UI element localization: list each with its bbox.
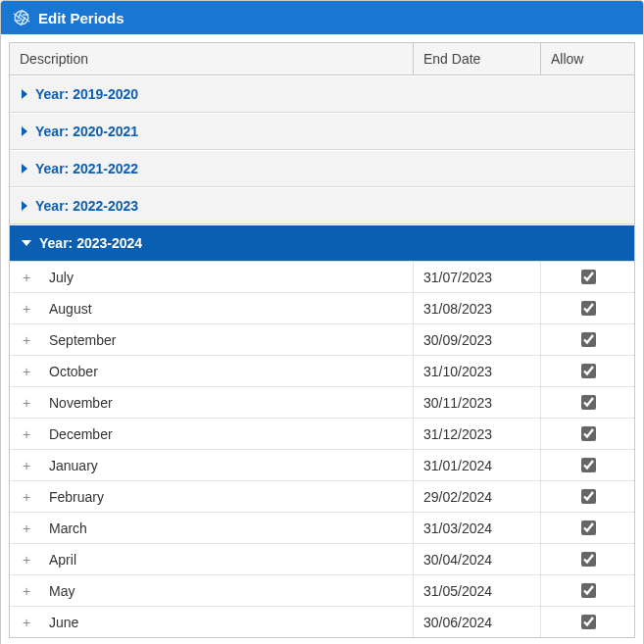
- period-row[interactable]: +February29/02/2024: [10, 481, 634, 513]
- year-group-label: Year: 2019-2020: [35, 86, 138, 102]
- period-row[interactable]: +July31/07/2023: [10, 262, 634, 293]
- allow-checkbox[interactable]: [581, 489, 596, 504]
- dialog-title: Edit Periods: [38, 10, 124, 26]
- period-end-date-cell: 31/03/2024: [414, 513, 541, 543]
- year-group-row[interactable]: Year: 2021-2022: [10, 150, 634, 187]
- allow-checkbox[interactable]: [581, 583, 596, 598]
- period-allow-cell: [541, 262, 634, 292]
- period-allow-cell: [541, 513, 634, 543]
- column-header-description[interactable]: Description: [10, 43, 414, 74]
- period-month-label: April: [45, 552, 76, 568]
- period-description-cell: +June: [10, 607, 414, 637]
- period-month-label: December: [45, 426, 113, 442]
- allow-checkbox[interactable]: [581, 615, 596, 629]
- allow-checkbox[interactable]: [581, 364, 596, 378]
- period-end-date-cell: 30/04/2024: [414, 544, 541, 574]
- period-row[interactable]: +April30/04/2024: [10, 544, 634, 575]
- period-allow-cell: [541, 324, 634, 355]
- period-end-date-cell: 31/08/2023: [414, 293, 541, 323]
- period-row[interactable]: +November30/11/2023: [10, 387, 634, 419]
- allow-checkbox[interactable]: [581, 458, 596, 472]
- expand-plus-icon[interactable]: +: [20, 270, 33, 285]
- period-end-date-cell: 31/01/2024: [414, 450, 541, 480]
- period-row[interactable]: +January31/01/2024: [10, 450, 634, 481]
- period-allow-cell: [541, 293, 634, 323]
- periods-grid: Description End Date Allow Year: 2019-20…: [9, 42, 635, 638]
- allow-checkbox[interactable]: [581, 395, 596, 410]
- expand-plus-icon[interactable]: +: [20, 458, 33, 473]
- period-end-date-cell: 30/11/2023: [414, 387, 541, 418]
- year-group-label: Year: 2021-2022: [35, 161, 138, 176]
- aperture-icon: [13, 9, 30, 26]
- period-end-date-cell: 31/10/2023: [414, 356, 541, 386]
- period-description-cell: +July: [10, 262, 414, 292]
- expand-plus-icon[interactable]: +: [20, 301, 33, 317]
- year-group-label: Year: 2022-2023: [35, 198, 138, 214]
- edit-periods-dialog: Edit Periods Description End Date Allow …: [0, 0, 644, 644]
- allow-checkbox[interactable]: [581, 552, 596, 567]
- period-description-cell: +November: [10, 387, 414, 418]
- expand-plus-icon[interactable]: +: [20, 395, 33, 411]
- period-description-cell: +April: [10, 544, 414, 574]
- expand-plus-icon[interactable]: +: [20, 615, 33, 630]
- period-month-label: May: [45, 583, 74, 599]
- period-month-label: February: [45, 489, 104, 505]
- year-group-label: Year: 2020-2021: [35, 124, 138, 139]
- allow-checkbox[interactable]: [581, 301, 596, 316]
- period-allow-cell: [541, 450, 634, 480]
- period-end-date-cell: 31/05/2024: [414, 575, 541, 606]
- period-month-label: March: [45, 520, 87, 536]
- expand-plus-icon[interactable]: +: [20, 364, 33, 379]
- period-end-date-cell: 31/07/2023: [414, 262, 541, 292]
- period-month-label: November: [45, 395, 113, 411]
- column-header-allow[interactable]: Allow: [541, 43, 634, 74]
- period-row[interactable]: +August31/08/2023: [10, 293, 634, 324]
- expand-plus-icon[interactable]: +: [20, 583, 33, 599]
- period-month-label: June: [45, 615, 78, 630]
- allow-checkbox[interactable]: [581, 426, 596, 441]
- period-description-cell: +May: [10, 575, 414, 606]
- period-row[interactable]: +October31/10/2023: [10, 356, 634, 387]
- year-group-row[interactable]: Year: 2020-2021: [10, 113, 634, 150]
- dialog-content: Description End Date Allow Year: 2019-20…: [1, 34, 643, 644]
- period-description-cell: +August: [10, 293, 414, 323]
- dialog-footer: OK Cancel: [9, 638, 635, 644]
- allow-checkbox[interactable]: [581, 520, 596, 535]
- period-end-date-cell: 30/06/2024: [414, 607, 541, 637]
- year-group-row[interactable]: Year: 2019-2020: [10, 75, 634, 113]
- expand-plus-icon[interactable]: +: [20, 552, 33, 568]
- period-description-cell: +October: [10, 356, 414, 386]
- allow-checkbox[interactable]: [581, 332, 596, 347]
- titlebar: Edit Periods: [1, 1, 643, 34]
- period-month-label: August: [45, 301, 92, 317]
- period-allow-cell: [541, 544, 634, 574]
- period-row[interactable]: +September30/09/2023: [10, 324, 634, 356]
- year-group-row[interactable]: Year: 2023-2024: [10, 224, 634, 262]
- chevron-right-icon: [22, 164, 27, 173]
- year-group-row[interactable]: Year: 2022-2023: [10, 187, 634, 224]
- period-allow-cell: [541, 575, 634, 606]
- period-allow-cell: [541, 481, 634, 512]
- period-description-cell: +March: [10, 513, 414, 543]
- year-group-label: Year: 2023-2024: [39, 235, 142, 251]
- period-description-cell: +September: [10, 324, 414, 355]
- chevron-down-icon: [22, 240, 31, 246]
- period-description-cell: +February: [10, 481, 414, 512]
- period-description-cell: +January: [10, 450, 414, 480]
- column-header-end-date[interactable]: End Date: [414, 43, 541, 74]
- period-end-date-cell: 31/12/2023: [414, 419, 541, 449]
- period-allow-cell: [541, 419, 634, 449]
- expand-plus-icon[interactable]: +: [20, 520, 33, 536]
- period-allow-cell: [541, 356, 634, 386]
- period-row[interactable]: +June30/06/2024: [10, 607, 634, 637]
- chevron-right-icon: [22, 126, 27, 136]
- period-row[interactable]: +May31/05/2024: [10, 575, 634, 607]
- period-row[interactable]: +March31/03/2024: [10, 513, 634, 544]
- expand-plus-icon[interactable]: +: [20, 332, 33, 348]
- period-end-date-cell: 30/09/2023: [414, 324, 541, 355]
- expand-plus-icon[interactable]: +: [20, 489, 33, 505]
- period-row[interactable]: +December31/12/2023: [10, 419, 634, 450]
- allow-checkbox[interactable]: [581, 270, 596, 284]
- period-description-cell: +December: [10, 419, 414, 449]
- expand-plus-icon[interactable]: +: [20, 426, 33, 442]
